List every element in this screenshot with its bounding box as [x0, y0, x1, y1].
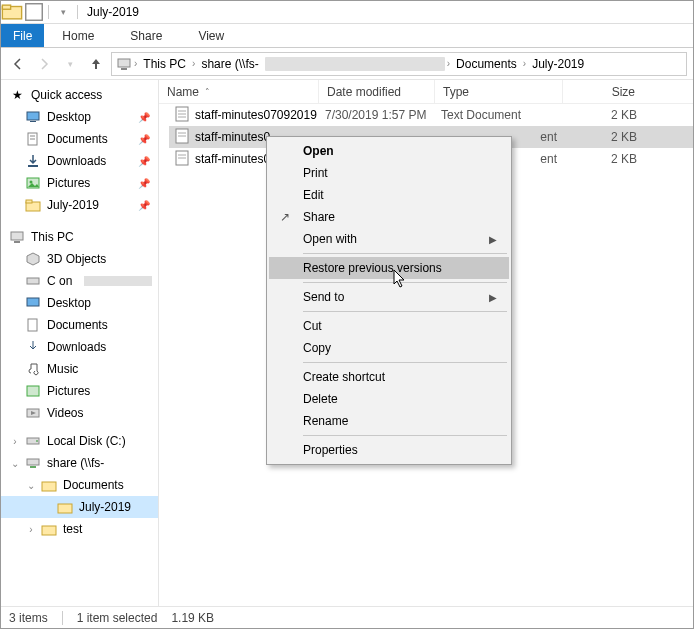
svg-rect-3: [118, 59, 130, 67]
nav-share-test[interactable]: ›test: [1, 518, 158, 540]
nav-videos[interactable]: Videos: [1, 402, 158, 424]
breadcrumb[interactable]: › This PC › share (\\fs- › Documents › J…: [111, 52, 687, 76]
breadcrumb-thispc[interactable]: This PC: [139, 57, 190, 71]
column-type[interactable]: Type: [435, 80, 563, 103]
nav-share-july2019[interactable]: July-2019: [1, 496, 158, 518]
nav-label: Documents: [47, 318, 108, 332]
svg-rect-10: [28, 165, 38, 167]
column-size[interactable]: Size: [563, 80, 643, 103]
pin-icon: 📌: [138, 134, 150, 145]
ctx-open-with[interactable]: Open with▶: [269, 228, 509, 250]
breadcrumb-current[interactable]: July-2019: [528, 57, 588, 71]
separator: [303, 435, 507, 436]
text-file-icon: [175, 106, 189, 125]
chevron-right-icon[interactable]: ›: [447, 58, 450, 69]
file-name: staff-minutes0: [195, 130, 270, 144]
file-size: 2 KB: [563, 130, 643, 144]
nav-label: Documents: [47, 132, 108, 146]
pin-icon: 📌: [138, 112, 150, 123]
nav-pictures[interactable]: Pictures📌: [1, 172, 158, 194]
nav-documents2[interactable]: Documents: [1, 314, 158, 336]
nav-label: Pictures: [47, 176, 90, 190]
nav-july2019[interactable]: July-2019📌: [1, 194, 158, 216]
navigation-pane[interactable]: ★ Quick access Desktop📌 Documents📌 Downl…: [1, 80, 159, 606]
column-headers: Name˄ Date modified Type Size: [159, 80, 693, 104]
ctx-share[interactable]: ↗Share: [269, 206, 509, 228]
nav-local-disk[interactable]: ›Local Disk (C:): [1, 430, 158, 452]
forward-button[interactable]: [33, 53, 55, 75]
recent-locations-dropdown[interactable]: ▾: [59, 53, 81, 75]
redacted: [84, 276, 152, 286]
ctx-copy[interactable]: Copy: [269, 337, 509, 359]
nav-label: Pictures: [47, 384, 90, 398]
nav-music[interactable]: Music: [1, 358, 158, 380]
svg-rect-14: [26, 200, 32, 203]
qat-dropdown-icon[interactable]: ▾: [52, 1, 74, 23]
ctx-edit[interactable]: Edit: [269, 184, 509, 206]
nav-label: Documents: [63, 478, 124, 492]
file-row[interactable]: staff-minutes07092019 7/30/2019 1:57 PM …: [169, 104, 693, 126]
tab-home[interactable]: Home: [44, 24, 112, 47]
breadcrumb-documents[interactable]: Documents: [452, 57, 521, 71]
breadcrumb-share[interactable]: share (\\fs-: [197, 57, 262, 71]
svg-rect-20: [27, 386, 39, 396]
nav-label: Local Disk (C:): [47, 434, 126, 448]
up-button[interactable]: [85, 53, 107, 75]
drive-icon: [25, 273, 41, 289]
chevron-right-icon[interactable]: ›: [523, 58, 526, 69]
svg-rect-5: [27, 112, 39, 120]
nav-documents[interactable]: Documents📌: [1, 128, 158, 150]
ctx-cut[interactable]: Cut: [269, 315, 509, 337]
ctx-create-shortcut[interactable]: Create shortcut: [269, 366, 509, 388]
ctx-properties[interactable]: Properties: [269, 439, 509, 461]
tab-share[interactable]: Share: [112, 24, 180, 47]
folder-icon: [25, 197, 41, 213]
back-button[interactable]: [7, 53, 29, 75]
nav-label: C on: [47, 274, 72, 288]
nav-desktop2[interactable]: Desktop: [1, 292, 158, 314]
nav-desktop[interactable]: Desktop📌: [1, 106, 158, 128]
documents-icon: [25, 131, 41, 147]
ribbon-tabs: File Home Share View: [1, 24, 693, 48]
pin-icon: 📌: [138, 200, 150, 211]
nav-label: Desktop: [47, 296, 91, 310]
nav-downloads[interactable]: Downloads📌: [1, 150, 158, 172]
text-file-icon: [175, 128, 189, 147]
expand-icon[interactable]: ›: [9, 436, 21, 447]
downloads-icon: [25, 153, 41, 169]
nav-quick-access[interactable]: ★ Quick access: [1, 84, 158, 106]
svg-rect-27: [58, 504, 72, 513]
nav-c-on[interactable]: C on: [1, 270, 158, 292]
nav-3dobjects[interactable]: 3D Objects: [1, 248, 158, 270]
nav-this-pc[interactable]: This PC: [1, 226, 158, 248]
nav-downloads2[interactable]: Downloads: [1, 336, 158, 358]
folder-icon: [57, 499, 73, 515]
nav-label: 3D Objects: [47, 252, 106, 266]
ctx-rename[interactable]: Rename: [269, 410, 509, 432]
text-file-icon: [175, 150, 189, 169]
column-name[interactable]: Name˄: [159, 80, 319, 103]
ctx-delete[interactable]: Delete: [269, 388, 509, 410]
chevron-right-icon[interactable]: ›: [134, 58, 137, 69]
ctx-print[interactable]: Print: [269, 162, 509, 184]
ctx-open[interactable]: Open: [269, 140, 509, 162]
nav-pictures2[interactable]: Pictures: [1, 380, 158, 402]
chevron-right-icon: ▶: [489, 292, 497, 303]
expand-icon[interactable]: ›: [25, 524, 37, 535]
tab-view[interactable]: View: [180, 24, 242, 47]
nav-share-documents[interactable]: ⌄Documents: [1, 474, 158, 496]
collapse-icon[interactable]: ⌄: [25, 480, 37, 491]
collapse-icon[interactable]: ⌄: [9, 458, 21, 469]
context-menu: Open Print Edit ↗Share Open with▶ Restor…: [266, 136, 512, 465]
chevron-right-icon[interactable]: ›: [192, 58, 195, 69]
ctx-restore-previous-versions[interactable]: Restore previous versions: [269, 257, 509, 279]
file-tab[interactable]: File: [1, 24, 44, 47]
svg-rect-4: [121, 68, 127, 70]
nav-share-drive[interactable]: ⌄share (\\fs-: [1, 452, 158, 474]
svg-rect-6: [30, 121, 36, 122]
column-date[interactable]: Date modified: [319, 80, 435, 103]
ctx-send-to[interactable]: Send to▶: [269, 286, 509, 308]
quick-access-toolbar-icon[interactable]: [23, 1, 45, 23]
desktop-icon: [25, 109, 41, 125]
nav-label: Desktop: [47, 110, 91, 124]
